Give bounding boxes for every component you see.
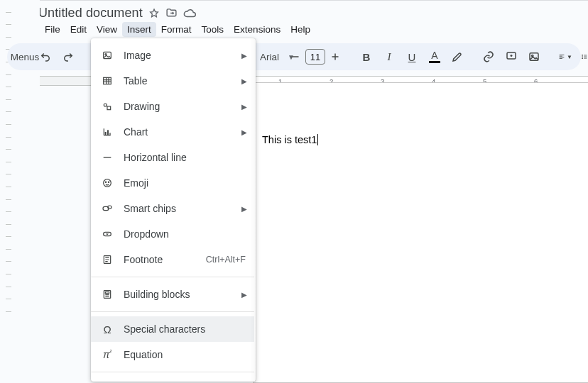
insert-menu-table[interactable]: Table▶ (91, 68, 254, 94)
drawing-icon (101, 100, 114, 113)
shortcut-label: Ctrl+Alt+F (206, 255, 246, 265)
insert-menu-emoji[interactable]: Emoji (91, 170, 254, 196)
menubar: FileEditViewInsertFormatToolsExtensionsH… (38, 22, 581, 37)
svg-point-17 (108, 182, 109, 182)
menu-insert[interactable]: Insert (122, 22, 156, 37)
insert-menu-footnote[interactable]: FootnoteCtrl+Alt+F (91, 247, 254, 272)
svg-point-16 (105, 182, 106, 182)
menu-format[interactable]: Format (156, 22, 197, 37)
search-menus-button[interactable]: Menus (13, 47, 33, 67)
insert-menu-equation[interactable]: π²Equation (91, 342, 254, 367)
insert-menu-item-label: Table (124, 75, 147, 87)
submenu-arrow-icon: ▶ (241, 52, 247, 60)
insert-menu-building-blocks[interactable]: Building blocks▶ (91, 282, 254, 307)
cloud-status-icon[interactable] (183, 7, 196, 20)
document-page[interactable]: This is test1 (253, 82, 588, 383)
footnote-icon (101, 253, 114, 266)
chips-icon (101, 202, 114, 215)
insert-menu-item-label: Building blocks (124, 289, 190, 300)
star-icon[interactable] (148, 8, 160, 19)
italic-button[interactable]: I (379, 47, 399, 67)
emoji-icon (101, 177, 114, 189)
text-cursor (317, 134, 318, 145)
insert-menu-special-characters[interactable]: ΩSpecial characters (91, 316, 254, 342)
insert-menu-item-label: Image (124, 50, 151, 61)
insert-menu-drawing[interactable]: Drawing▶ (91, 94, 254, 119)
insert-menu-item-label: Emoji (124, 177, 148, 189)
submenu-arrow-icon: ▶ (241, 128, 247, 136)
document-title[interactable]: Untitled document (38, 6, 143, 21)
dropdown-icon (101, 228, 114, 240)
insert-menu-item-label: Equation (124, 349, 163, 360)
menu-edit[interactable]: Edit (65, 22, 92, 37)
insert-menu-dropdown: Image▶Table▶Drawing▶Chart▶Horizontal lin… (91, 38, 256, 382)
font-name-label: Arial (260, 52, 279, 62)
submenu-arrow-icon: ▶ (241, 103, 247, 111)
insert-menu-item-label: Footnote (124, 254, 163, 265)
insert-menu-dropdown[interactable]: Dropdown (91, 221, 254, 247)
svg-rect-23 (105, 292, 109, 294)
submenu-arrow-icon: ▶ (241, 291, 247, 299)
underline-button[interactable]: U (402, 47, 422, 67)
svg-rect-9 (104, 77, 111, 84)
bold-button[interactable]: B (356, 47, 376, 67)
insert-menu-item-label: Chart (124, 126, 148, 138)
insert-menu-horizontal-line[interactable]: Horizontal line (91, 145, 254, 170)
svg-rect-13 (107, 130, 109, 135)
highlight-color-button[interactable] (447, 47, 467, 67)
submenu-arrow-icon: ▶ (241, 205, 247, 213)
svg-rect-11 (107, 106, 111, 110)
pi-icon: π² (101, 348, 114, 361)
insert-menu-item-label: Horizontal line (124, 152, 187, 163)
submenu-arrow-icon: ▶ (241, 77, 247, 85)
font-family-select[interactable]: Arial ▼ (254, 47, 274, 67)
insert-menu-chart[interactable]: Chart▶ (91, 119, 254, 145)
document-body-text[interactable]: This is test1 (262, 134, 318, 145)
table-icon (101, 74, 114, 87)
menu-view[interactable]: View (92, 22, 122, 37)
insert-link-button[interactable] (479, 47, 499, 67)
insert-menu-item-label: Drawing (124, 101, 160, 112)
insert-menu-item-label: Special characters (124, 323, 205, 335)
align-button[interactable]: ▼ (555, 47, 575, 67)
font-size-input[interactable] (305, 49, 325, 65)
menu-help[interactable]: Help (285, 22, 315, 37)
insert-menu-watermark[interactable]: Watermark (91, 377, 254, 382)
insert-menu-image[interactable]: Image▶ (91, 43, 254, 68)
hr-icon (101, 151, 114, 164)
move-icon[interactable] (165, 7, 178, 19)
svg-rect-14 (109, 133, 110, 135)
svg-point-15 (104, 179, 111, 187)
increase-font-size-button[interactable] (325, 47, 345, 67)
menu-file[interactable]: File (40, 22, 65, 37)
blocks-icon (101, 288, 114, 301)
redo-button[interactable] (58, 47, 78, 67)
image-icon (101, 49, 114, 62)
decrease-font-size-button[interactable] (285, 47, 305, 67)
insert-menu-item-label: Dropdown (124, 228, 169, 240)
menu-extensions[interactable]: Extensions (229, 22, 285, 37)
line-spacing-button[interactable]: ▼ (578, 47, 588, 67)
insert-image-button[interactable] (524, 47, 544, 67)
text-color-button[interactable]: A (425, 47, 445, 67)
svg-point-10 (104, 104, 107, 106)
chart-icon (101, 126, 114, 138)
undo-button[interactable] (36, 47, 55, 67)
omega-icon: Ω (101, 323, 114, 335)
svg-rect-12 (105, 132, 107, 135)
svg-rect-7 (104, 52, 111, 58)
insert-menu-item-label: Smart chips (124, 203, 176, 214)
menu-tools[interactable]: Tools (197, 22, 229, 37)
add-comment-button[interactable] (501, 47, 521, 67)
insert-menu-smart-chips[interactable]: Smart chips▶ (91, 196, 254, 221)
